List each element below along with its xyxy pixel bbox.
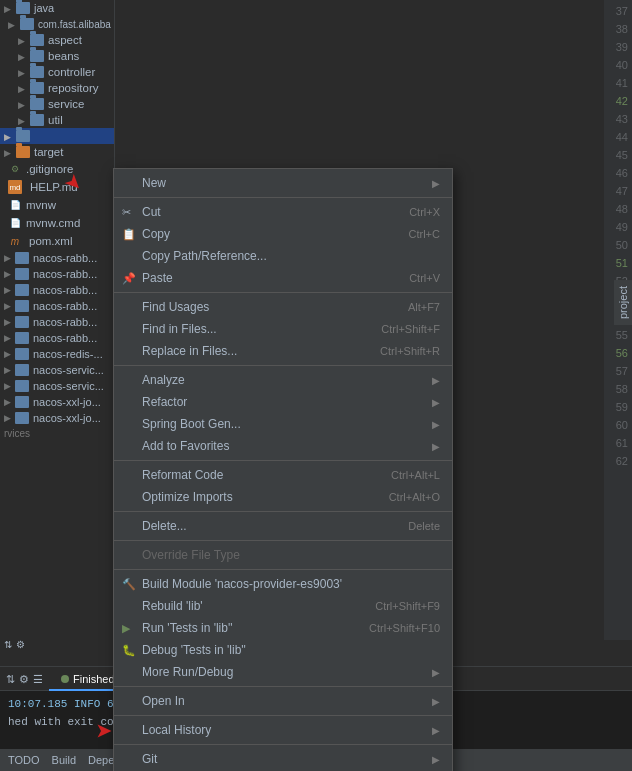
menu-item-override_file_type[interactable]: Override File Type: [114, 544, 452, 566]
menu-item-more_run[interactable]: More Run/Debug ▶: [114, 661, 452, 683]
menu-item-find_in_files[interactable]: Find in Files... Ctrl+Shift+F: [114, 318, 452, 340]
copy-icon: 📋: [122, 228, 136, 241]
submenu-arrow-icon: ▶: [432, 419, 440, 430]
menu-item-open_in[interactable]: Open In ▶: [114, 690, 452, 712]
menu-item-label: Run 'Tests in 'lib'': [142, 621, 233, 635]
menu-shortcut: Delete: [408, 520, 440, 532]
menu-separator: [114, 197, 452, 198]
menu-shortcut: Ctrl+Alt+O: [389, 491, 440, 503]
menu-shortcut: Ctrl+Shift+R: [380, 345, 440, 357]
menu-item-rebuild[interactable]: Rebuild 'lib' Ctrl+Shift+F9: [114, 595, 452, 617]
menu-item-run_tests[interactable]: ▶ Run 'Tests in 'lib'' Ctrl+Shift+F10: [114, 617, 452, 639]
menu-item-delete[interactable]: Delete... Delete: [114, 515, 452, 537]
menu-item-local_history[interactable]: Local History ▶: [114, 719, 452, 741]
submenu-arrow-icon: ▶: [432, 441, 440, 452]
menu-item-label: Git: [142, 752, 157, 766]
menu-item-add_favorites[interactable]: Add to Favorites ▶: [114, 435, 452, 457]
submenu-arrow-icon: ▶: [432, 667, 440, 678]
menu-item-spring_boot_gen[interactable]: Spring Boot Gen... ▶: [114, 413, 452, 435]
debug-icon: 🐛: [122, 644, 136, 657]
menu-item-cut[interactable]: ✂ Cut Ctrl+X: [114, 201, 452, 223]
menu-item-label: Copy Path/Reference...: [142, 249, 267, 263]
menu-item-label: Override File Type: [142, 548, 240, 562]
menu-separator: [114, 686, 452, 687]
run-icon: ▶: [122, 622, 130, 635]
menu-item-copy_path[interactable]: Copy Path/Reference...: [114, 245, 452, 267]
menu-item-optimize_imports[interactable]: Optimize Imports Ctrl+Alt+O: [114, 486, 452, 508]
menu-item-label: Replace in Files...: [142, 344, 237, 358]
menu-item-label: Debug 'Tests in 'lib'': [142, 643, 246, 657]
menu-shortcut: Ctrl+Shift+F9: [375, 600, 440, 612]
menu-item-replace_in_files[interactable]: Replace in Files... Ctrl+Shift+R: [114, 340, 452, 362]
menu-item-debug_tests[interactable]: 🐛 Debug 'Tests in 'lib'': [114, 639, 452, 661]
menu-item-git[interactable]: Git ▶: [114, 748, 452, 770]
menu-shortcut: Ctrl+X: [409, 206, 440, 218]
menu-shortcut: Ctrl+Shift+F10: [369, 622, 440, 634]
menu-shortcut: Ctrl+Alt+L: [391, 469, 440, 481]
build-icon: 🔨: [122, 578, 136, 591]
context-menu: New ▶ ✂ Cut Ctrl+X 📋 Copy Ctrl+C Copy Pa…: [113, 168, 453, 771]
menu-separator: [114, 292, 452, 293]
menu-item-refactor[interactable]: Refactor ▶: [114, 391, 452, 413]
submenu-arrow-icon: ▶: [432, 397, 440, 408]
submenu-arrow-icon: ▶: [432, 725, 440, 736]
menu-item-label: Spring Boot Gen...: [142, 417, 241, 431]
menu-separator: [114, 569, 452, 570]
red-arrow-top: ➤: [60, 170, 86, 196]
menu-shortcut: Ctrl+V: [409, 272, 440, 284]
submenu-arrow-icon: ▶: [432, 178, 440, 189]
menu-item-new[interactable]: New ▶: [114, 172, 452, 194]
paste-icon: 📌: [122, 272, 136, 285]
menu-item-label: Refactor: [142, 395, 187, 409]
menu-separator: [114, 460, 452, 461]
menu-separator: [114, 540, 452, 541]
menu-item-analyze[interactable]: Analyze ▶: [114, 369, 452, 391]
menu-item-reformat_code[interactable]: Reformat Code Ctrl+Alt+L: [114, 464, 452, 486]
menu-item-label: Optimize Imports: [142, 490, 233, 504]
menu-item-label: Analyze: [142, 373, 185, 387]
submenu-arrow-icon: ▶: [432, 754, 440, 765]
menu-separator: [114, 365, 452, 366]
menu-item-label: Find in Files...: [142, 322, 217, 336]
menu-item-label: Local History: [142, 723, 211, 737]
menu-shortcut: Ctrl+Shift+F: [381, 323, 440, 335]
menu-item-label: New: [142, 176, 166, 190]
submenu-arrow-icon: ▶: [432, 696, 440, 707]
cut-icon: ✂: [122, 206, 131, 219]
menu-shortcut: Alt+F7: [408, 301, 440, 313]
menu-item-label: Copy: [142, 227, 170, 241]
menu-item-label: Reformat Code: [142, 468, 223, 482]
menu-item-label: More Run/Debug: [142, 665, 233, 679]
menu-item-label: Add to Favorites: [142, 439, 229, 453]
menu-item-label: Rebuild 'lib': [142, 599, 203, 613]
menu-separator: [114, 744, 452, 745]
menu-item-label: Find Usages: [142, 300, 209, 314]
menu-item-label: Build Module 'nacos-provider-es9003': [142, 577, 342, 591]
menu-item-label: Delete...: [142, 519, 187, 533]
submenu-arrow-icon: ▶: [432, 375, 440, 386]
menu-separator: [114, 511, 452, 512]
menu-separator: [114, 715, 452, 716]
menu-shortcut: Ctrl+C: [409, 228, 440, 240]
menu-item-label: Paste: [142, 271, 173, 285]
red-arrow-bottom: ➤: [96, 720, 111, 742]
menu-item-paste[interactable]: 📌 Paste Ctrl+V: [114, 267, 452, 289]
menu-item-find_usages[interactable]: Find Usages Alt+F7: [114, 296, 452, 318]
menu-item-build_module[interactable]: 🔨 Build Module 'nacos-provider-es9003': [114, 573, 452, 595]
menu-item-copy[interactable]: 📋 Copy Ctrl+C: [114, 223, 452, 245]
menu-item-label: Open In: [142, 694, 185, 708]
menu-item-label: Cut: [142, 205, 161, 219]
context-menu-overlay: ➤ ➤ New ▶ ✂ Cut Ctrl+X 📋 Copy Ctrl+C Cop…: [0, 0, 632, 771]
